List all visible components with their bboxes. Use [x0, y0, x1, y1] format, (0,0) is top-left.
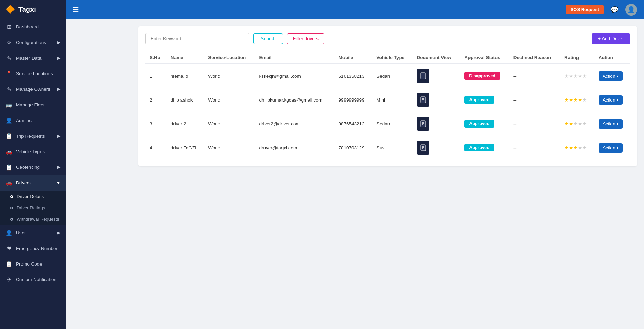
- emergency-icon: ❤: [6, 245, 12, 252]
- cell-declined-reason: --: [509, 136, 560, 160]
- star-rating: ★★★★★: [564, 145, 587, 150]
- col-approval-status: Approval Status: [460, 51, 509, 64]
- document-icon[interactable]: [417, 141, 429, 155]
- cell-action[interactable]: Action ▾: [594, 88, 630, 112]
- cell-name: driver TaGZI: [167, 136, 204, 160]
- sidebar-item-manage-fleet[interactable]: 🚌 Manage Fleet: [0, 97, 66, 113]
- cell-email: dhilipkumar.kgcas@gmail.com: [255, 88, 334, 112]
- sidebar-item-drivers[interactable]: 🚗 Drivers ▼: [0, 175, 66, 191]
- cell-action[interactable]: Action ▾: [594, 64, 630, 88]
- content-card: Search Filter drivers + Add Driver S.No …: [138, 26, 637, 166]
- cell-approval-status: Disapproved: [460, 64, 509, 88]
- avatar[interactable]: 👤: [625, 4, 637, 16]
- col-service-location: Service-Location: [204, 51, 255, 64]
- sidebar-item-driver-details[interactable]: Driver Details: [0, 191, 66, 202]
- cell-vehicle-type: Suv: [372, 136, 412, 160]
- chevron-icon: ▶: [57, 165, 60, 170]
- star-rating: ★★★★★: [564, 73, 587, 79]
- sidebar-item-emergency-number[interactable]: ❤ Emergency Number: [0, 241, 66, 256]
- action-button[interactable]: Action ▾: [599, 119, 623, 129]
- sidebar-item-admins[interactable]: 👤 Admins: [0, 113, 66, 128]
- sidebar-item-vehicle-types[interactable]: 🚗 Vehicle Types: [0, 144, 66, 159]
- sidebar-item-manage-owners[interactable]: ✎ Manage Owners ▶: [0, 81, 66, 97]
- sidebar-item-trip-requests[interactable]: 📋 Trip Requests ▶: [0, 128, 66, 144]
- dot-icon: [10, 195, 13, 198]
- hamburger-icon[interactable]: ☰: [73, 6, 79, 14]
- dashboard-icon: ⊞: [6, 24, 12, 30]
- approval-badge: Approved: [464, 96, 494, 104]
- drivers-submenu: Driver Details Driver Ratings Withdrawal…: [0, 191, 66, 225]
- custom-notification-icon: ✈: [6, 276, 12, 283]
- filter-button[interactable]: Filter drivers: [287, 33, 324, 44]
- drivers-table: S.No Name Service-Location Email Mobile …: [145, 51, 630, 159]
- col-document-view: Document View: [413, 51, 460, 64]
- cell-mobile: 7010703129: [334, 136, 373, 160]
- cell-service-location: World: [204, 64, 255, 88]
- approval-badge: Disapproved: [464, 72, 500, 80]
- action-button[interactable]: Action ▾: [599, 143, 623, 153]
- sidebar-item-service-locations[interactable]: 📍 Service Locations: [0, 66, 66, 81]
- action-button[interactable]: Action ▾: [599, 95, 623, 105]
- sos-button[interactable]: SOS Request: [566, 5, 604, 14]
- master-data-icon: ✎: [6, 55, 12, 61]
- col-vehicle-type: Vehicle Type: [372, 51, 412, 64]
- cell-name: niemal d: [167, 64, 204, 88]
- cell-action[interactable]: Action ▾: [594, 136, 630, 160]
- sidebar-item-configurations[interactable]: ⚙ Configurations ▶: [0, 35, 66, 50]
- cell-document-view[interactable]: [413, 64, 460, 88]
- cell-email: driver2@driver.com: [255, 112, 334, 136]
- document-icon[interactable]: [417, 93, 429, 107]
- cell-service-location: World: [204, 136, 255, 160]
- document-icon[interactable]: [417, 117, 429, 131]
- col-declined-reason: Declined Reason: [509, 51, 560, 64]
- chevron-icon: ▶: [57, 40, 60, 45]
- vehicle-types-icon: 🚗: [6, 148, 12, 155]
- cell-declined-reason: --: [509, 88, 560, 112]
- cell-vehicle-type: Sedan: [372, 64, 412, 88]
- toolbar: Search Filter drivers + Add Driver: [145, 33, 630, 44]
- approval-badge: Approved: [464, 144, 494, 151]
- cell-declined-reason: --: [509, 64, 560, 88]
- cell-document-view[interactable]: [413, 88, 460, 112]
- logo-text: Tagxi: [18, 6, 36, 14]
- add-driver-button[interactable]: + Add Driver: [592, 33, 630, 44]
- cell-approval-status: Approved: [460, 136, 509, 160]
- col-name: Name: [167, 51, 204, 64]
- cell-sno: 1: [145, 64, 167, 88]
- search-button[interactable]: Search: [253, 33, 283, 44]
- cell-document-view[interactable]: [413, 136, 460, 160]
- sidebar-item-user[interactable]: 👤 User ▶: [0, 225, 66, 241]
- sidebar-item-custom-notification[interactable]: ✈ Custom Notification: [0, 272, 66, 287]
- cell-rating: ★★★★★: [560, 88, 594, 112]
- table-row: 1 niemal d World kskekjn@gmail.com 61613…: [145, 64, 630, 88]
- sidebar-item-master-data[interactable]: ✎ Master Data ▶: [0, 50, 66, 66]
- star-rating: ★★★★★: [564, 121, 587, 127]
- geofencing-icon: 📋: [6, 164, 12, 171]
- document-icon[interactable]: [417, 69, 429, 83]
- dot-icon: [10, 207, 13, 209]
- cell-action[interactable]: Action ▾: [594, 112, 630, 136]
- caret-icon: ▾: [617, 74, 618, 78]
- cell-mobile: 9876543212: [334, 112, 373, 136]
- service-locations-icon: 📍: [6, 70, 12, 77]
- sidebar-item-driver-ratings[interactable]: Driver Ratings: [0, 202, 66, 214]
- cell-document-view[interactable]: [413, 112, 460, 136]
- caret-icon: ▾: [617, 146, 618, 150]
- dot-icon: [10, 218, 13, 221]
- sidebar-item-dashboard[interactable]: ⊞ Dashboard: [0, 19, 66, 35]
- cell-name: dilip ashok: [167, 88, 204, 112]
- main-content: Search Filter drivers + Add Driver S.No …: [132, 19, 644, 329]
- cell-service-location: World: [204, 88, 255, 112]
- cell-sno: 3: [145, 112, 167, 136]
- message-icon[interactable]: 💬: [611, 6, 618, 14]
- action-button[interactable]: Action ▾: [599, 71, 623, 81]
- cell-service-location: World: [204, 112, 255, 136]
- topbar: ☰ SOS Request 💬 👤: [66, 0, 644, 19]
- sidebar-item-withdrawal-requests[interactable]: Withdrawal Requests: [0, 214, 66, 225]
- cell-approval-status: Approved: [460, 88, 509, 112]
- search-input[interactable]: [145, 33, 249, 44]
- table-body: 1 niemal d World kskekjn@gmail.com 61613…: [145, 64, 630, 159]
- cell-email: kskekjn@gmail.com: [255, 64, 334, 88]
- sidebar-item-promo-code[interactable]: 📋 Promo Code: [0, 256, 66, 272]
- sidebar-item-geofencing[interactable]: 📋 Geofencing ▶: [0, 159, 66, 175]
